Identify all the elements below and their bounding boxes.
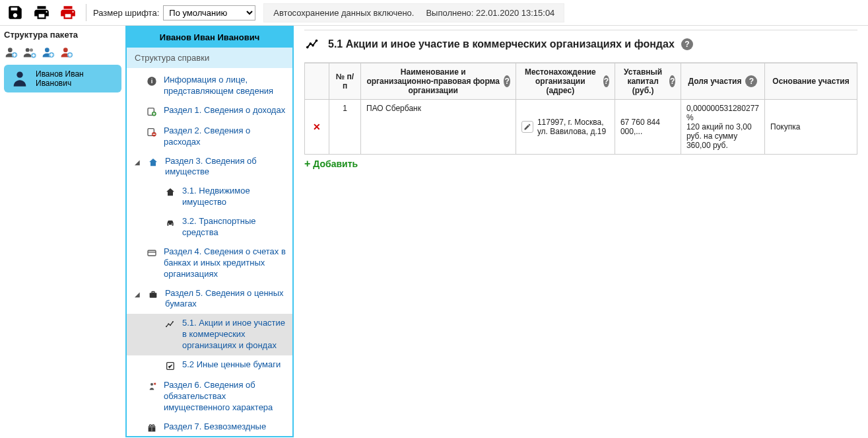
tree-item-section2[interactable]: Раздел 2. Сведения о расходах [127, 122, 292, 152]
svg-point-9 [17, 72, 22, 78]
cell-name[interactable]: ПАО Сбербанк [361, 100, 516, 155]
save-button[interactable] [4, 3, 26, 22]
autosave-status: Автосохранение данных включено. [273, 8, 414, 18]
tree-item-info[interactable]: i Информация о лице, представляющем свед… [127, 71, 292, 101]
edit-address-button[interactable] [521, 121, 533, 133]
delete-row-button[interactable]: ✕ [310, 122, 323, 132]
cell-capital[interactable]: 67 760 844 000,... [615, 100, 681, 155]
cell-basis[interactable]: Покупка [765, 100, 857, 155]
tree-item-section4[interactable]: Раздел 4. Сведения о счетах в банках и и… [127, 242, 292, 284]
svg-point-7 [63, 48, 68, 52]
toolbar: Размер шрифта: По умолчанию Автосохранен… [0, 0, 868, 26]
caret-icon: ◢ [135, 290, 141, 299]
bank-icon [145, 247, 158, 259]
floppy-disk-icon [7, 4, 24, 21]
tree-item-section5[interactable]: ◢ Раздел 5. Сведения о ценных бумагах [127, 284, 292, 314]
tree-item-section3-2[interactable]: 3.2. Транспортные средства [127, 212, 292, 242]
svg-point-33 [312, 44, 314, 47]
svg-point-23 [170, 325, 171, 326]
help-icon[interactable]: ? [669, 75, 675, 87]
font-size-label: Размер шрифта: [93, 8, 159, 18]
svg-rect-19 [150, 293, 157, 297]
svg-point-26 [150, 383, 153, 386]
briefcase-icon [147, 289, 160, 301]
svg-point-34 [316, 40, 318, 42]
svg-point-17 [172, 223, 173, 225]
svg-rect-18 [148, 250, 156, 256]
svg-rect-29 [151, 425, 152, 431]
caret-icon: ◢ [135, 158, 141, 166]
tree-item-section1[interactable]: Раздел 1. Сведения о доходах [127, 101, 292, 122]
status-area: Автосохранение данных включено. Выполнен… [263, 3, 564, 22]
section-title: 5.1 Акции и иное участие в коммерческих … [328, 38, 675, 50]
svg-point-5 [45, 48, 50, 52]
package-icons-row [4, 45, 121, 59]
col-name: Наименование и организационно-правовая ф… [361, 63, 516, 100]
print-color-button[interactable] [57, 3, 79, 22]
tree-item-section5-1[interactable]: 5.1. Акции и иное участие в коммерческих… [127, 314, 292, 355]
add-person-red-icon[interactable] [59, 45, 74, 59]
house-icon [164, 186, 177, 198]
content-area: 5.1 Акции и иное участие в коммерческих … [294, 26, 868, 437]
tree-item-section5-2[interactable]: 5.2 Иные ценные бумаги [127, 355, 292, 376]
avatar-icon [11, 69, 29, 89]
section-icon [304, 36, 321, 53]
gift-icon [145, 422, 158, 434]
add-row-button[interactable]: + Добавить [304, 159, 358, 169]
reference-subtitle: Структура справки [127, 48, 292, 68]
plus-icon: + [304, 159, 310, 169]
help-icon[interactable]: ? [603, 75, 609, 87]
obligations-icon [145, 381, 158, 392]
printer-red-icon [59, 4, 77, 21]
printer-icon [33, 4, 50, 21]
add-person-icon[interactable] [4, 45, 18, 59]
data-table: № п/п Наименование и организационно-прав… [304, 63, 857, 155]
tree-item-section3[interactable]: ◢ Раздел 3. Сведения об имуществе [127, 152, 292, 182]
svg-point-32 [310, 42, 312, 45]
car-icon [164, 217, 177, 229]
info-icon: i [145, 75, 158, 87]
svg-point-22 [168, 324, 169, 325]
expense-icon [145, 126, 158, 138]
print-button[interactable] [30, 3, 53, 22]
completed-timestamp: Выполнено: 22.01.2020 13:15:04 [426, 8, 554, 18]
content-title-row: 5.1 Акции и иное участие в коммерческих … [304, 30, 857, 63]
tree-item-section3-1[interactable]: 3.1. Недвижимое имущество [127, 182, 292, 212]
svg-point-2 [26, 48, 30, 52]
svg-rect-20 [152, 291, 154, 293]
svg-point-31 [306, 46, 309, 49]
help-icon[interactable]: ? [681, 38, 693, 50]
tree-item-section6[interactable]: Раздел 6. Сведения об обязательствах иму… [127, 376, 292, 418]
col-share: Доля участия? [681, 63, 764, 100]
svg-point-24 [172, 321, 174, 322]
col-basis: Основание участия [765, 63, 857, 100]
package-structure-title: Структура пакета [4, 30, 121, 40]
income-icon [145, 106, 158, 118]
svg-text:i: i [151, 78, 153, 85]
tree-item-section7[interactable]: Раздел 7. Безвозмездные сделки [127, 418, 292, 436]
svg-point-3 [30, 48, 33, 52]
svg-point-16 [168, 223, 170, 225]
help-icon[interactable]: ? [745, 75, 757, 87]
help-icon[interactable]: ? [504, 75, 510, 87]
property-icon [147, 157, 160, 168]
col-capital: Уставный капитал (руб.)? [615, 63, 681, 100]
reference-structure-panel: Иванов Иван Иванович Структура справки i… [125, 26, 294, 437]
font-size-select[interactable]: По умолчанию [163, 5, 255, 20]
cell-location[interactable]: 117997, г. Москва, ул. Вавилова, д.19 [516, 100, 615, 155]
person-card[interactable]: Иванов Иван Иванович [4, 65, 121, 92]
add-person-blue-icon[interactable] [41, 45, 55, 59]
left-panel: Структура пакета Иванов Иван Иванович [0, 26, 125, 437]
reference-header: Иванов Иван Иванович [127, 27, 292, 48]
chart-icon [164, 318, 177, 330]
table-header-row: № п/п Наименование и организационно-прав… [305, 63, 857, 100]
col-num: № п/п [329, 63, 361, 100]
person-name: Иванов Иван Иванович [36, 69, 115, 89]
svg-point-21 [166, 326, 167, 328]
svg-point-0 [8, 48, 13, 52]
cell-share[interactable]: 0,000000531280277 % 120 акций по 3,00 ру… [681, 100, 764, 155]
cell-num: 1 [329, 100, 361, 155]
securities-icon [164, 360, 177, 372]
add-people-icon[interactable] [22, 45, 37, 59]
col-location: Местонахождение организации (адрес)? [516, 63, 615, 100]
